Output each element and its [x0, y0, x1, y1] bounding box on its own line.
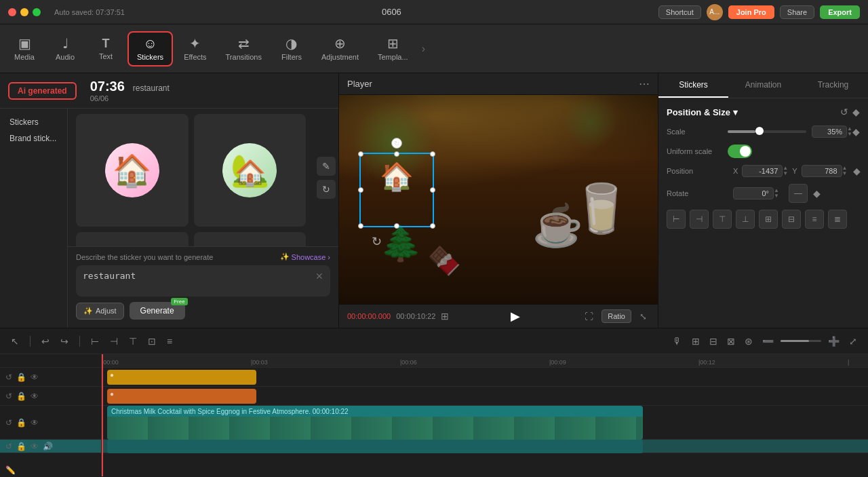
x-down-button[interactable]: ▼: [783, 171, 788, 176]
track-clip-1[interactable]: ●: [107, 370, 256, 385]
selection-handle-br[interactable]: [430, 223, 435, 229]
more-tools-button[interactable]: ≡: [164, 335, 175, 348]
joinpro-button[interactable]: Join Pro: [728, 5, 774, 19]
selection-handle-tl[interactable]: [358, 151, 363, 157]
track2-lock-icon[interactable]: 🔒: [16, 392, 26, 401]
tool-audio[interactable]: ♩ Audio: [46, 33, 84, 65]
rotate-mirror-button[interactable]: —: [789, 184, 808, 203]
position-keyframe-button[interactable]: ◆: [853, 166, 861, 176]
category-brand[interactable]: Brand stick...: [3, 130, 64, 147]
scale-slider[interactable]: [728, 130, 806, 133]
track-clip-2[interactable]: ●: [107, 389, 256, 404]
adjust-button[interactable]: ✨ Adjust: [76, 303, 124, 320]
split-button[interactable]: ⊤: [126, 335, 140, 348]
y-down-button[interactable]: ▼: [842, 171, 848, 176]
tool-effects[interactable]: ✦ Effects: [176, 33, 214, 65]
undo-button[interactable]: ↩: [39, 335, 52, 348]
align-center-v-button[interactable]: ⊞: [759, 210, 778, 229]
tab-stickers[interactable]: Stickers: [658, 73, 728, 98]
fit-button[interactable]: ⤢: [846, 335, 860, 348]
distribute-h-button[interactable]: ≡: [805, 210, 824, 229]
track4-lock-icon[interactable]: 🔒: [16, 442, 26, 451]
x-input[interactable]: [742, 165, 783, 177]
zoom-slider[interactable]: [781, 340, 821, 342]
generate-text-input[interactable]: restaurant: [83, 271, 315, 291]
tool-transitions[interactable]: ⇄ Transitions: [218, 33, 270, 65]
user-avatar[interactable]: A...: [707, 4, 723, 20]
cursor-tool-button[interactable]: ↖: [8, 335, 22, 348]
sticker-item-4[interactable]: 🏚️: [194, 232, 307, 247]
selection-handle-mr[interactable]: [430, 187, 435, 193]
tool-stickers[interactable]: ☺ Stickers: [127, 31, 173, 66]
expand-button[interactable]: ⤡: [637, 310, 650, 323]
reset-icon[interactable]: ↺: [840, 107, 848, 117]
link-button[interactable]: ⊠: [724, 335, 738, 348]
scale-slider-thumb[interactable]: [755, 127, 764, 135]
refresh-action-button[interactable]: ↻: [317, 180, 336, 199]
rotate-input[interactable]: [733, 187, 774, 199]
player-menu-button[interactable]: ⋯: [639, 77, 650, 90]
track-pencil-area[interactable]: ✏️: [0, 453, 101, 477]
tool-adjustment[interactable]: ⊕ Adjustment: [313, 33, 367, 65]
close-button[interactable]: [8, 8, 16, 16]
ratio-button[interactable]: Ratio: [601, 309, 631, 323]
tool-filters[interactable]: ◑ Filters: [273, 33, 311, 65]
export-button[interactable]: Export: [820, 5, 860, 19]
sticker-item-2[interactable]: 🏡: [194, 114, 307, 227]
generate-button[interactable]: Free Generate: [130, 302, 185, 320]
grid-view-icon[interactable]: ⊞: [441, 311, 449, 322]
track1-loop-icon[interactable]: ↺: [5, 373, 12, 382]
split-begin-button[interactable]: ⊢: [88, 335, 102, 348]
redo-button[interactable]: ↪: [58, 335, 71, 348]
align-top-button[interactable]: ⊥: [736, 210, 755, 229]
crop-button[interactable]: ⊛: [742, 335, 755, 348]
playhead[interactable]: [102, 354, 103, 476]
rotate-down-button[interactable]: ▼: [774, 193, 779, 199]
clear-input-button[interactable]: ✕: [315, 271, 323, 282]
selection-handle-tc[interactable]: [394, 151, 399, 157]
track2-loop-icon[interactable]: ↺: [5, 392, 12, 401]
track3-lock-icon[interactable]: 🔒: [16, 418, 26, 427]
subtitle-clip[interactable]: [107, 440, 643, 453]
split-end-button[interactable]: ⊣: [107, 335, 121, 348]
align-center-h-button[interactable]: ⊣: [690, 210, 709, 229]
ai-generated-button[interactable]: Ai generated: [8, 82, 77, 100]
sticker-item-3[interactable]: 🏘️: [76, 232, 189, 247]
distribute-v-button[interactable]: ≣: [828, 210, 847, 229]
align-left-button[interactable]: ⊢: [667, 210, 686, 229]
rotate-keyframe-button[interactable]: ◆: [813, 188, 821, 199]
delete-button[interactable]: ⊡: [145, 335, 159, 348]
rotate-handle[interactable]: ↻: [391, 138, 402, 149]
selection-handle-ml[interactable]: [358, 187, 363, 193]
split-track-button[interactable]: ⊞: [689, 335, 703, 348]
video-clip[interactable]: Christmas Milk Cocktail with Spice Eggno…: [107, 406, 643, 440]
align-right-button[interactable]: ⊤: [713, 210, 732, 229]
track3-eye-icon[interactable]: 👁: [31, 418, 39, 427]
track4-eye-icon[interactable]: 👁: [31, 442, 39, 451]
align-bottom-button[interactable]: ⊟: [782, 210, 801, 229]
track3-loop-icon[interactable]: ↺: [5, 418, 12, 427]
track1-lock-icon[interactable]: 🔒: [16, 373, 26, 382]
tool-media[interactable]: ▣ Media: [5, 33, 43, 65]
maximize-button[interactable]: [33, 8, 41, 16]
plus-button[interactable]: ➕: [825, 335, 842, 348]
track2-eye-icon[interactable]: 👁: [31, 392, 39, 401]
track4-loop-icon[interactable]: ↺: [5, 442, 12, 451]
track4-speaker-icon[interactable]: 🔊: [43, 442, 53, 451]
merge-button[interactable]: ⊟: [707, 335, 720, 348]
scale-keyframe-button[interactable]: ◆: [852, 126, 860, 137]
y-input[interactable]: [802, 165, 842, 177]
selection-handle-tr[interactable]: [430, 151, 435, 157]
track1-eye-icon[interactable]: 👁: [31, 373, 39, 382]
tab-animation[interactable]: Animation: [728, 73, 798, 98]
sticker-item-1[interactable]: 🏠: [76, 114, 189, 227]
play-button[interactable]: ▶: [454, 309, 576, 324]
share-button[interactable]: Share: [780, 5, 814, 19]
tool-text[interactable]: T Text: [87, 33, 125, 64]
tool-templates[interactable]: ⊞ Templa...: [370, 33, 416, 65]
uniform-scale-toggle[interactable]: [728, 145, 752, 158]
shortcut-button[interactable]: Shortcut: [658, 5, 701, 19]
minus-button[interactable]: ➖: [760, 335, 776, 348]
scale-down-button[interactable]: ▼: [847, 132, 852, 137]
sticker-rotate-icon[interactable]: ↻: [372, 234, 382, 249]
